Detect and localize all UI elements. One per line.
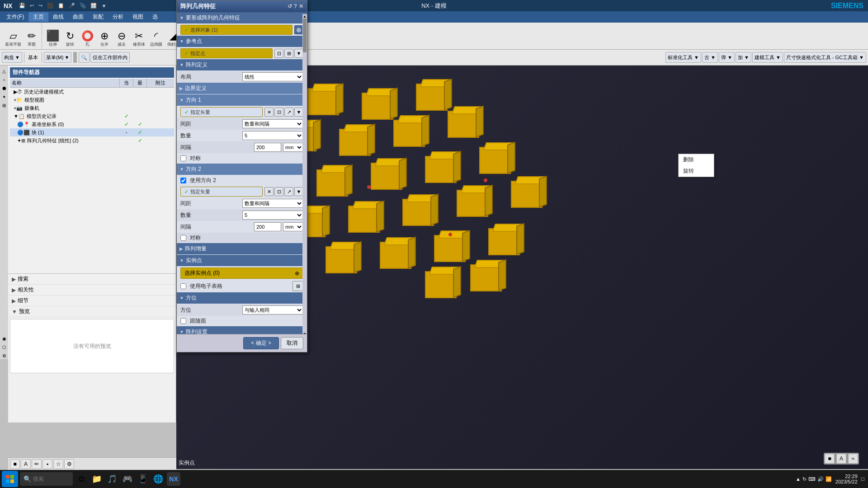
section-preview[interactable]: ▼ 预览 — [8, 306, 176, 317]
menu-btn[interactable]: 菜单(M)▼ — [44, 52, 71, 63]
table-icon[interactable]: ⊞ — [292, 281, 303, 291]
menu-file[interactable]: 文件(F) — [2, 12, 28, 22]
spacing2-input[interactable] — [254, 222, 281, 231]
left-icon-bottom2[interactable]: ⬡ — [0, 343, 8, 351]
dialog-reset-icon[interactable]: ↺ — [288, 3, 292, 9]
tool-unite[interactable]: ⊕合并 — [96, 30, 113, 48]
tray-refresh-icon[interactable]: ↻ — [802, 476, 807, 482]
vp-btn-square[interactable]: ■ — [825, 454, 835, 464]
left-icon-1[interactable]: △ — [0, 67, 8, 75]
taskbar-search-input[interactable] — [33, 476, 69, 482]
v1-icon-dot[interactable]: ⊡ — [274, 108, 283, 117]
v1-icon-dropdown[interactable]: ▼ — [294, 108, 303, 117]
menu-home[interactable]: 主页 — [28, 12, 48, 22]
v1-icon-arrow[interactable]: ↗ — [284, 108, 293, 117]
select-objects-plus[interactable]: ⊕ — [294, 25, 303, 34]
v2-icon-arrow[interactable]: ↗ — [284, 187, 293, 196]
menu-analysis[interactable]: 分析 — [108, 12, 128, 22]
bt-star-btn[interactable]: ☆ — [53, 459, 63, 469]
search-icon-btn[interactable]: 🔍 — [79, 52, 90, 63]
nav-row-history-mode[interactable]: ▶⏱历史记录建模模式 — [10, 88, 174, 96]
nav-row-array-feature[interactable]: ✦⊞阵列几何特征 [线性] (2) ✓ — [10, 136, 174, 145]
distance-select[interactable]: 数量和间隔 等间距 — [242, 119, 303, 128]
nav-row-model-history[interactable]: ▼📋模型历史记录 ✓ — [10, 112, 174, 120]
menu-select[interactable]: 选 — [148, 12, 162, 22]
taskbar-game-btn[interactable]: 🎮 — [121, 472, 134, 486]
menu-curve[interactable]: 曲线 — [48, 12, 68, 22]
taskbar-start-btn[interactable] — [2, 471, 18, 487]
dlg-section-form-array-header[interactable]: ▼ 要形成阵列的几何特征 — [177, 12, 307, 23]
tool-revolve[interactable]: ↻旋转 — [62, 30, 78, 48]
use-dir2-checkbox[interactable] — [180, 178, 186, 183]
dlg-direction2-header[interactable]: ▼ 方向 2 — [177, 164, 307, 175]
dropdown-icon[interactable]: ▼ — [100, 3, 108, 9]
dialog-scrollbar[interactable]: ▲ ▼ — [302, 14, 307, 336]
spacing2-unit-select[interactable]: mm — [283, 222, 303, 231]
menu-assembly[interactable]: 装配 — [88, 12, 108, 22]
spacing-unit-select[interactable]: mm cm — [283, 143, 303, 152]
dlg-boundary-header[interactable]: ▶ 边界定义 — [177, 83, 307, 94]
count-select[interactable]: 5 — [242, 131, 303, 140]
tool-datum-plane[interactable]: ▱基准平面 — [4, 30, 23, 48]
mic-icon[interactable]: 🎤 — [67, 2, 76, 9]
specify-vector2-btn[interactable]: ✓ 指定矢量 — [180, 187, 263, 197]
left-icon-bottom3[interactable]: ⚙ — [0, 352, 8, 359]
taskbar-music-btn[interactable]: 🎵 — [105, 472, 119, 486]
bt-dot-btn[interactable]: ▪ — [42, 459, 52, 469]
redo-icon[interactable]: ↪ — [37, 2, 44, 9]
nav-row-model-views[interactable]: +📁模型视图 — [10, 96, 174, 104]
attach-icon[interactable]: 📎 — [78, 2, 87, 9]
left-icon-2[interactable]: ○ — [0, 76, 8, 83]
point-icon-1[interactable]: ⊡ — [274, 49, 283, 58]
v2-icon-dot[interactable]: ⊡ — [274, 187, 283, 196]
tray-notification-icon[interactable]: □ — [861, 476, 864, 482]
dialog-scrollbar-thumb[interactable] — [303, 16, 307, 52]
bt-gear-btn[interactable]: ⚙ — [64, 459, 74, 469]
left-icon-bottom1[interactable]: ◉ — [0, 335, 8, 342]
save-icon[interactable]: 💾 — [18, 2, 27, 9]
taskbar-browser-btn[interactable]: 🌐 — [151, 472, 165, 486]
dlg-direction1-header[interactable]: ▼ 方向 1 — [177, 94, 307, 106]
dlg-section-ref-point-header[interactable]: ▼ 参考点 — [177, 36, 307, 47]
std-tools-btn[interactable]: 标准化工具 ▼ — [665, 52, 701, 63]
snap-icon[interactable]: ⬛ — [46, 2, 55, 9]
bt-text-btn[interactable]: A — [21, 459, 31, 469]
ctx-rotate[interactable]: 旋转 — [679, 165, 714, 177]
ctx-delete[interactable]: 删除 — [679, 154, 714, 165]
section-relevance[interactable]: ▶ 相关性 — [8, 285, 176, 296]
tool-sketch[interactable]: ✏草图 — [24, 30, 40, 48]
dialog-close-icon[interactable]: ✕ — [299, 3, 303, 9]
section-details[interactable]: ▶ 细节 — [8, 296, 176, 306]
nav-row-cameras[interactable]: +📷摄像机 — [10, 104, 174, 112]
follow-face-checkbox[interactable] — [180, 318, 186, 324]
vp-btn-text[interactable]: A — [836, 454, 846, 464]
filter-btn[interactable]: 仅在工作部件内 — [90, 52, 130, 63]
bt-square-btn[interactable]: ■ — [10, 459, 20, 469]
tray-kb-icon[interactable]: ⌨ — [808, 476, 816, 482]
v2-icon-x[interactable]: ✕ — [264, 187, 274, 196]
dialog-help-icon[interactable]: ? — [294, 3, 297, 9]
tray-icon-1[interactable]: ▲ — [796, 476, 801, 482]
dialog-cancel-btn[interactable]: 取消 — [281, 337, 303, 349]
nav-row-block[interactable]: 🔵⬛块 (1) ▪ ✓ — [10, 128, 174, 136]
section-search[interactable]: ▶ 搜索 — [8, 274, 176, 285]
tool-edge-blend[interactable]: ◜边倒圆 — [148, 30, 164, 48]
spring2-btn[interactable]: 弹 ▼ — [719, 52, 735, 63]
vp-btn-extra[interactable]: ≈ — [848, 454, 858, 464]
taskbar-phone-btn[interactable]: 📱 — [136, 472, 150, 486]
dlg-scroll-up[interactable]: ▲ — [302, 14, 307, 19]
tray-network-icon[interactable]: 📶 — [826, 476, 832, 482]
left-icon-4[interactable]: ✦ — [0, 93, 8, 100]
taskbar-files-btn[interactable]: 📁 — [90, 472, 104, 486]
spring-btn[interactable]: 古 ▼ — [702, 52, 718, 63]
point-icon-2[interactable]: ⊞ — [284, 49, 293, 58]
dialog-ok-btn[interactable]: < 确定 > — [243, 337, 279, 349]
symmetric2-checkbox[interactable] — [180, 235, 186, 241]
menu-view[interactable]: 视图 — [128, 12, 148, 22]
dlg-array-increment-header[interactable]: ▶ 阵列增量 — [177, 243, 307, 254]
point-icon-dropdown[interactable]: ▼ — [294, 49, 303, 58]
add-btn[interactable]: 加 ▼ — [736, 52, 751, 63]
build-tools-btn[interactable]: 建模工具 ▼ — [752, 52, 783, 63]
tool-trim[interactable]: ✂修剪体 — [131, 30, 147, 48]
menu-surface[interactable]: 曲面 — [68, 12, 88, 22]
